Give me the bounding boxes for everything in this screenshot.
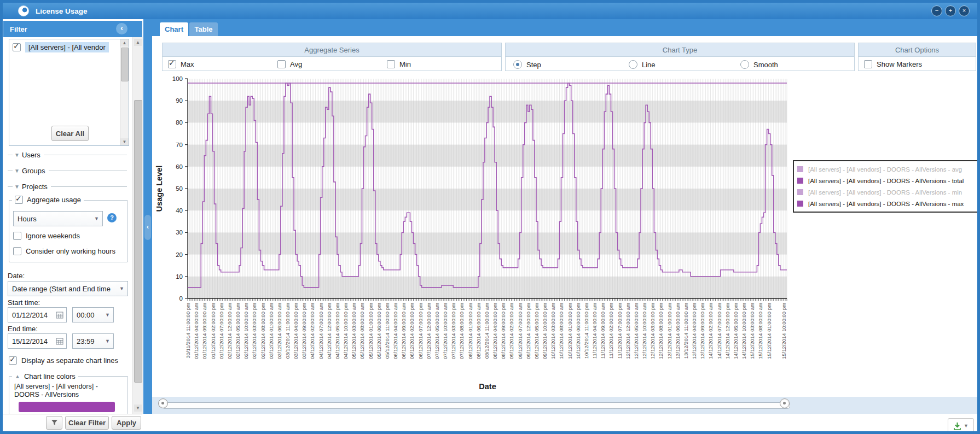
x-tick-label: 07/12/2014 03:00:00 pm: [450, 303, 456, 359]
filter-funnel-button[interactable]: [46, 416, 62, 430]
y-tick-label: 0: [179, 295, 183, 302]
ignore-weekends-checkbox[interactable]: [13, 232, 21, 240]
calendar-icon[interactable]: [56, 311, 63, 319]
scrollbar-thumb[interactable]: [121, 48, 129, 81]
start-date-input[interactable]: 01/12/2014: [8, 307, 67, 322]
y-tick-label: 90: [176, 97, 183, 104]
server-item-label[interactable]: [All servers] - [All vendor: [25, 42, 109, 52]
clear-all-button[interactable]: Clear All: [51, 126, 89, 141]
x-tick-label: 02/12/2014 08:00:00 pm: [260, 303, 266, 359]
server-checkbox[interactable]: [13, 43, 21, 51]
section-projects[interactable]: ▼ Projects: [8, 183, 127, 190]
start-time-label: Start time:: [8, 298, 40, 307]
legend-entry[interactable]: [All servers] - [All vendors] - DOORS - …: [797, 198, 978, 209]
help-icon[interactable]: ?: [107, 213, 117, 222]
end-time-select[interactable]: 23:59 ▼: [72, 333, 114, 349]
x-tick-label: 03/12/2014 04:00:00 pm: [293, 303, 299, 359]
section-projects-label: Projects: [22, 183, 48, 191]
filter-panel-header: Filter ‹: [3, 21, 142, 37]
scrollbar-thumb[interactable]: [134, 100, 142, 383]
collapse-splitter-icon[interactable]: ‹: [144, 215, 151, 240]
x-tick-label: 09/12/2014 12:00:00 pm: [525, 303, 531, 359]
app-icon: [18, 5, 29, 16]
x-tick-label: 14/12/2014 07:00:00 am: [716, 303, 722, 359]
section-users[interactable]: ▼ Users: [8, 151, 127, 159]
x-tick-label: 10/12/2014 11:00:00 pm: [583, 303, 589, 359]
x-tick-label: 03/12/2014 06:00:00 am: [276, 303, 282, 359]
filter-footer: Clear Filter Apply: [3, 414, 142, 430]
legend-swatch-icon: [797, 166, 803, 172]
legend-entry[interactable]: [All servers] - [All vendors] - DOORS - …: [797, 163, 978, 175]
license-usage-window: License Usage − + × Filter ‹ [All server…: [0, 0, 980, 434]
start-time-select[interactable]: 00:00 ▼: [72, 307, 114, 322]
x-tick-label: 01/12/2014 07:00:00 pm: [218, 303, 224, 359]
series-color-swatch[interactable]: [19, 402, 115, 412]
collapse-panel-icon[interactable]: ‹: [116, 23, 127, 34]
scroll-down-icon[interactable]: ▼: [120, 138, 129, 145]
sidebar-scrollbar[interactable]: ▲ ▼: [132, 37, 143, 414]
x-tick-label: 01/12/2014 09:00:00 am: [201, 303, 207, 359]
legend-swatch-icon: [797, 201, 803, 207]
section-groups[interactable]: ▼ Groups: [8, 167, 127, 174]
x-tick-label: 11/12/2014 02:00:00 pm: [608, 303, 614, 359]
x-tick-label: 14/12/2014 02:00:00 am: [708, 303, 714, 359]
slider-handle-left[interactable]: [158, 398, 168, 408]
tab-table[interactable]: Table: [189, 22, 218, 36]
x-tick-label: 08/12/2014 01:00:00 am: [467, 303, 473, 359]
x-tick-label: 14/12/2014 05:00:00 pm: [733, 303, 739, 359]
interval-select[interactable]: Hours ▼: [13, 211, 103, 226]
scroll-up-icon[interactable]: ▲: [134, 39, 142, 46]
working-hours-row[interactable]: Consider only working hours: [13, 247, 115, 255]
panel-splitter[interactable]: ‹: [143, 19, 152, 414]
export-chart-button[interactable]: ▼: [948, 418, 974, 433]
maximize-icon[interactable]: +: [945, 5, 956, 16]
aggregate-usage-checkbox[interactable]: [15, 196, 23, 204]
aggregate-usage-legend: Aggregate usage: [12, 196, 84, 204]
x-tick-label: 07/12/2014 10:00:00 am: [442, 303, 448, 359]
y-tick-label: 10: [176, 273, 183, 280]
x-tick-label: 12/12/2014 08:00:00 pm: [658, 303, 664, 359]
minimize-icon[interactable]: −: [931, 5, 942, 16]
separate-lines-label: Display as separate chart lines: [21, 356, 118, 365]
calendar-icon[interactable]: [56, 337, 63, 345]
y-tick-label: 30: [176, 229, 183, 236]
x-tick-label: 05/12/2014 11:00:00 pm: [384, 303, 390, 359]
listbox-scrollbar[interactable]: ▲ ▼: [120, 39, 129, 145]
working-hours-checkbox[interactable]: [13, 247, 21, 255]
apply-button[interactable]: Apply: [112, 416, 141, 430]
legend-entry[interactable]: [All servers] - [All vendors] - DOORS - …: [797, 175, 978, 186]
server-listbox[interactable]: [All servers] - [All vendor ▲ ▼ Clear Al…: [9, 39, 129, 146]
clear-filter-button[interactable]: Clear Filter: [65, 416, 109, 430]
chart-line-colors-label: Chart line colors: [24, 372, 76, 380]
y-tick-label: 70: [176, 142, 183, 148]
separate-lines-row[interactable]: Display as separate chart lines: [9, 356, 118, 365]
chevron-down-icon[interactable]: ▼: [964, 423, 969, 429]
x-tick-label: 15/12/2014 08:00:00 am: [757, 303, 763, 359]
slider-handle-right[interactable]: [780, 398, 790, 408]
y-tick-label: 100: [172, 75, 183, 82]
x-tick-label: 04/12/2014 10:00:00 pm: [343, 303, 349, 359]
chevron-down-icon: ▼: [105, 338, 110, 344]
separate-lines-checkbox[interactable]: [9, 356, 17, 365]
series-name-line1: [All servers] - [All vendors] -: [14, 383, 98, 390]
chevron-up-icon[interactable]: ▲: [15, 373, 20, 379]
scroll-up-icon[interactable]: ▲: [120, 39, 129, 46]
x-tick-label: 15/12/2014 03:00:00 am: [749, 303, 755, 359]
scroll-down-icon[interactable]: ▼: [134, 404, 142, 412]
x-tick-label: 05/12/2014 01:00:00 pm: [368, 303, 374, 359]
x-tick-label: 06/12/2014 04:00:00 am: [392, 303, 398, 359]
slider-track[interactable]: [162, 402, 790, 409]
end-time-value: 23:59: [77, 337, 105, 345]
chevron-down-icon: ▼: [105, 312, 110, 318]
date-mode-select[interactable]: Date range (Start and End time ▼: [8, 281, 128, 296]
legend-label: [All servers] - [All vendors] - DOORS - …: [808, 178, 964, 184]
x-tick-label: 05/12/2014 03:00:00 am: [351, 303, 357, 359]
end-date-input[interactable]: 15/12/2014: [8, 333, 67, 349]
section-users-label: Users: [22, 151, 40, 159]
date-range-slider: [152, 397, 977, 414]
ignore-weekends-row[interactable]: Ignore weekends: [13, 232, 80, 240]
close-icon[interactable]: ×: [959, 5, 970, 16]
list-item[interactable]: [All servers] - [All vendor: [13, 42, 109, 52]
legend-entry[interactable]: [All servers] - [All vendors] - DOORS - …: [797, 186, 978, 198]
tab-chart[interactable]: Chart: [160, 22, 188, 36]
